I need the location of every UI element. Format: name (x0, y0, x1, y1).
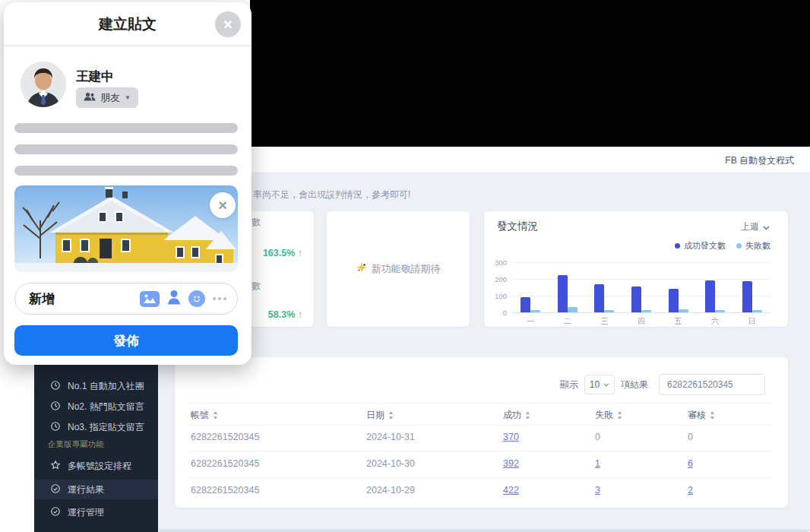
sidebar-item-label: 運行結果 (68, 483, 104, 496)
clock-icon (50, 380, 61, 393)
audience-selector[interactable]: 朋友 ▼ (76, 87, 138, 108)
bar-成功發文數-四 (631, 287, 641, 312)
photo-icon[interactable] (140, 291, 160, 307)
column-header-日期[interactable]: 日期 (366, 409, 394, 422)
bar-失敗數-二 (568, 307, 577, 312)
chart-range-label: 上週 (741, 220, 759, 233)
results-label: 項結果 (621, 378, 648, 391)
composer-field[interactable]: 新增 (14, 283, 238, 315)
column-header-失敗[interactable]: 失敗 (595, 409, 622, 422)
table-header-row: 帳號日期成功失敗審核 (190, 403, 773, 426)
cell-link[interactable]: 422 (503, 485, 519, 496)
bar-成功發文數-三 (594, 284, 604, 312)
coming-soon-text: 新功能敬請期待 (372, 262, 441, 276)
y-axis-tick-label: 0 (487, 309, 507, 317)
table-row: 62822615203452024-10-3039216 (190, 451, 773, 478)
column-header-成功[interactable]: 成功 (503, 409, 530, 422)
sort-icon (617, 411, 622, 420)
bar-成功發文數-二 (558, 275, 568, 313)
placeholder-bar (14, 144, 238, 154)
dashboard-subtitle: 率尚不足，會出現誤判情況，參考即可! (253, 188, 410, 201)
clock-icon (50, 401, 61, 413)
create-post-modal: 建立貼文 × 王建中 朋友 ▼ (4, 2, 252, 365)
sidebar-item-multi-account-schedule[interactable]: 多帳號設定排程 (34, 457, 158, 475)
table-cell-成功[interactable]: 392 (503, 458, 519, 469)
cell-link[interactable]: 2 (688, 485, 693, 496)
window-bottom-edge (158, 529, 810, 532)
table-cell-審核[interactable]: 2 (688, 485, 693, 496)
caret-down-icon: ▼ (125, 94, 131, 101)
chevron-down-icon (603, 383, 609, 387)
sidebar-item-label: 運行管理 (68, 506, 104, 519)
sidebar-item-label: 多帳號設定排程 (68, 460, 131, 473)
chart-legend: 成功發文數 失敗數 (675, 240, 770, 252)
search-input[interactable] (659, 374, 765, 395)
chart-gridline (512, 296, 770, 296)
table-cell-成功[interactable]: 422 (503, 485, 519, 496)
placeholder-bar (14, 166, 238, 176)
chevron-down-icon (763, 222, 770, 233)
black-backdrop (250, 0, 810, 147)
table-cell-日期: 2024-10-30 (366, 458, 415, 469)
publish-button[interactable]: 發佈 (14, 325, 238, 356)
post-image (14, 185, 238, 272)
emoji-icon[interactable] (188, 290, 205, 307)
x-axis-tick-label: 六 (704, 316, 726, 327)
cell-link[interactable]: 370 (503, 432, 519, 442)
bar-成功發文數-一 (520, 297, 530, 312)
legend-dot-fail (736, 243, 742, 249)
legend-item-fail: 失敗數 (736, 240, 770, 252)
table-cell-成功[interactable]: 370 (503, 432, 519, 442)
chart-range-dropdown[interactable]: 上週 (741, 220, 770, 233)
more-options-icon[interactable] (213, 297, 226, 300)
sidebar-item-no1-auto-join-group[interactable]: No.1 自動加入社團 (34, 377, 158, 395)
app-title: FB 自動發文程式 (725, 154, 794, 167)
cell-link[interactable]: 3 (595, 485, 600, 496)
modal-header: 建立貼文 × (4, 2, 252, 46)
table-row: 62822615203452024-10-2942232 (190, 477, 773, 504)
table-row: 62822615203452024-10-3137000 (190, 424, 773, 451)
table-cell-失敗[interactable]: 1 (595, 458, 600, 469)
x-axis-tick-label: 一 (519, 316, 542, 327)
sidebar-item-no3-target-post-comment[interactable]: No3. 指定貼文留言 (34, 418, 158, 436)
sidebar-item-run-management[interactable]: 運行管理 (34, 503, 158, 521)
table-cell-審核[interactable]: 6 (688, 458, 693, 469)
remove-image-icon[interactable]: × (210, 192, 236, 218)
bar-失敗數-三 (604, 310, 614, 312)
bar-失敗數-日 (752, 310, 762, 312)
x-axis-tick-label: 五 (667, 316, 690, 327)
chart-title: 發文情況 (497, 220, 538, 233)
table-cell-失敗[interactable]: 3 (595, 485, 600, 496)
page-size-select[interactable]: 10 (584, 375, 615, 394)
cell-link[interactable]: 1 (595, 458, 600, 469)
chart-gridline (512, 262, 770, 263)
screen: FB 自動發文程式 No.1 自動加入社團 No2. 熱門貼文留言 No3. 指… (0, 0, 810, 532)
y-axis-tick-label: 200 (487, 275, 507, 283)
sidebar-item-no2-hot-post-comment[interactable]: No2. 熱門貼文留言 (34, 397, 158, 416)
table-cell-帳號: 6282261520345 (191, 458, 259, 469)
star-icon (50, 460, 61, 473)
sidebar-item-label: No2. 熱門貼文留言 (68, 401, 144, 413)
placeholder-bar (14, 123, 238, 133)
app-header: FB 自動發文程式 (158, 147, 810, 173)
cell-link[interactable]: 392 (503, 458, 519, 469)
table-cell-帳號: 6282261520345 (191, 432, 259, 442)
bar-失敗數-六 (715, 310, 725, 312)
sidebar-item-run-results[interactable]: 運行結果 (34, 480, 158, 499)
stat-value-2: 58.3% ↑ (251, 309, 302, 320)
legend-dot-success (675, 243, 680, 249)
tag-person-icon[interactable] (167, 290, 181, 308)
stat-value-1: 163.5% ↑ (251, 248, 302, 258)
column-header-審核[interactable]: 審核 (688, 409, 715, 422)
x-axis-tick-label: 四 (630, 316, 653, 327)
column-header-帳號[interactable]: 帳號 (191, 409, 218, 422)
table-cell-日期: 2024-10-31 (366, 432, 415, 442)
table-cell-審核: 0 (688, 432, 693, 442)
x-axis-tick-label: 三 (593, 316, 615, 327)
sort-icon (710, 411, 715, 420)
cell-link[interactable]: 6 (688, 458, 693, 469)
close-icon[interactable]: × (215, 11, 241, 37)
bar-失敗數-一 (530, 310, 540, 312)
bar-失敗數-五 (679, 309, 688, 312)
legend-label: 成功發文數 (684, 240, 726, 252)
